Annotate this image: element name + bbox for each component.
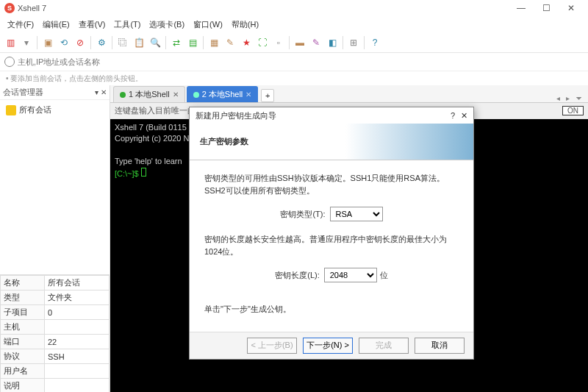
bookmark-icon[interactable]: ★ — [239, 35, 254, 50]
hintbar: • 要添加当前会话，点击左侧的箭头按钮。 — [0, 71, 588, 85]
key-length-select[interactable]: 2048 — [324, 268, 377, 282]
dialog-text-1: 密钥类型的可用性由SSH协议版本确定。SSH1只能使用RSA算法。SSH2可以使… — [204, 172, 459, 196]
disconnect-icon[interactable]: ⊘ — [73, 35, 87, 50]
app-title: Xshell 7 — [18, 4, 509, 13]
key-type-label: 密钥类型(T): — [280, 209, 325, 220]
globe-icon — [4, 57, 15, 67]
dialog-close-icon[interactable]: ✕ — [461, 111, 467, 121]
menu-tab[interactable]: 选项卡(B) — [145, 19, 189, 30]
copy-icon[interactable]: ⿻ — [115, 35, 130, 50]
tab-close-icon[interactable]: ✕ — [173, 90, 179, 99]
tab-strip: 1 本地Shell ✕ 2 本地Shell ✕ + ◂ ▸ ⏷ — [110, 85, 588, 103]
tab-shell-1[interactable]: 1 本地Shell ✕ — [113, 86, 185, 102]
separator — [165, 36, 166, 49]
tab-prev-icon[interactable]: ◂ — [554, 94, 562, 102]
encoding-icon[interactable]: ⊞ — [346, 35, 361, 50]
maximize-button[interactable]: ☐ — [534, 0, 559, 16]
key-wizard-dialog: 新建用户密钥生成向导 ? ✕ 生产密钥参数 密钥类型的可用性由SSH协议版本确定… — [189, 107, 474, 360]
prop-row: 说明 — [1, 379, 110, 393]
dropdown-icon[interactable]: ▾ — [19, 35, 34, 50]
menu-view[interactable]: 查看(V) — [74, 19, 110, 30]
highlight-icon[interactable]: ✎ — [223, 35, 237, 50]
prop-row: 子项目0 — [1, 305, 110, 320]
property-table: 名称所有会话 类型文件夹 子项目0 主机 端口22 协议SSH 用户名 说明 — [0, 274, 110, 392]
prop-row: 端口22 — [1, 335, 110, 349]
dialog-help-icon[interactable]: ? — [451, 111, 455, 120]
menu-file[interactable]: 文件(F) — [3, 19, 38, 30]
cancel-button[interactable]: 取消 — [415, 338, 465, 354]
tab-next-icon[interactable]: ▸ — [564, 94, 572, 102]
tab-list-icon[interactable]: ⏷ — [573, 94, 585, 102]
sidebar: 会话管理器 ▾ ✕ 所有会话 名称所有会话 类型文件夹 子项目0 主机 端口22… — [0, 85, 110, 392]
tab-nav: ◂ ▸ ⏷ — [554, 94, 588, 102]
back-button: < 上一步(B) — [247, 338, 297, 354]
key-type-select[interactable]: RSA — [330, 207, 383, 221]
tab-close-icon[interactable]: ✕ — [245, 90, 251, 99]
tab-add-button[interactable]: + — [261, 89, 274, 102]
sidebar-title: 会话管理器 — [3, 87, 43, 98]
prop-row: 类型文件夹 — [1, 291, 110, 305]
dialog-text-2: 密钥的长度越长安全性越高。普通应用程序中密钥长度的最佳大小为1024位。 — [204, 233, 459, 257]
dialog-body: 密钥类型的可用性由SSH协议版本确定。SSH1只能使用RSA算法。SSH2可以使… — [190, 160, 473, 332]
dialog-title: 新建用户密钥生成向导 — [196, 110, 276, 121]
address-input[interactable] — [18, 57, 584, 66]
key-length-unit: 位 — [380, 270, 388, 281]
search-icon[interactable]: 🔍 — [148, 35, 162, 50]
transfer-icon[interactable]: ⇄ — [169, 35, 184, 50]
help-icon[interactable]: ? — [368, 35, 382, 50]
menu-edit[interactable]: 编辑(E) — [38, 19, 74, 30]
app-logo-icon: S — [4, 3, 15, 13]
tab-label: 1 本地Shell — [129, 89, 170, 100]
menu-window[interactable]: 窗口(W) — [189, 19, 227, 30]
addressbar — [0, 53, 588, 71]
session-tree: 所有会话 — [0, 100, 110, 274]
key-length-row: 密钥长度(L): 2048 位 — [204, 268, 459, 282]
sidebar-header: 会话管理器 ▾ ✕ — [0, 85, 110, 100]
tab-shell-2[interactable]: 2 本地Shell ✕ — [187, 86, 259, 102]
separator — [37, 36, 37, 49]
separator — [203, 36, 204, 49]
fullscreen-icon[interactable]: ⛶ — [255, 35, 270, 50]
separator — [112, 36, 112, 49]
color-icon[interactable]: ◧ — [325, 35, 340, 50]
menu-tools[interactable]: 工具(T) — [110, 19, 145, 30]
open-icon[interactable]: ▣ — [40, 35, 55, 50]
dialog-text-3: 单击"下一步"生成公钥。 — [204, 303, 459, 316]
sidebar-collapse-icon[interactable]: ▾ ✕ — [95, 88, 107, 96]
reconnect-icon[interactable]: ⟲ — [57, 35, 71, 50]
menu-help[interactable]: 帮助(H) — [227, 19, 263, 30]
dialog-buttons: < 上一步(B) 下一步(N) > 完成 取消 — [190, 332, 473, 359]
minimize-button[interactable]: — — [509, 0, 534, 16]
script-icon[interactable]: ▦ — [207, 35, 221, 50]
prop-row: 主机 — [1, 320, 110, 335]
new-session-icon[interactable]: ▥ — [3, 35, 18, 50]
separator — [90, 36, 91, 49]
dialog-titlebar: 新建用户密钥生成向导 ? ✕ — [190, 107, 473, 124]
tree-item-root[interactable]: 所有会话 — [3, 103, 107, 117]
prop-row: 协议SSH — [1, 349, 110, 364]
menubar: 文件(F) 编辑(E) 查看(V) 工具(T) 选项卡(B) 窗口(W) 帮助(… — [0, 16, 588, 32]
prop-row: 用户名 — [1, 364, 110, 379]
dialog-header-text: 生产密钥参数 — [200, 136, 248, 147]
cursor-icon — [141, 168, 146, 177]
terminal-prompt: [C:\~]$ — [115, 169, 139, 178]
layout-icon[interactable]: ▬ — [293, 35, 307, 50]
on-toggle[interactable]: ON — [562, 106, 584, 115]
finish-button: 完成 — [359, 338, 409, 354]
paste-icon[interactable]: 📋 — [132, 35, 146, 50]
tab-dot-icon — [193, 92, 199, 98]
prop-row: 名称所有会话 — [1, 276, 110, 291]
lock-icon[interactable]: ▫ — [271, 35, 286, 50]
font-icon[interactable]: ✎ — [309, 35, 323, 50]
key-length-label: 密钥长度(L): — [275, 270, 320, 281]
close-button[interactable]: ✕ — [559, 0, 584, 16]
titlebar: S Xshell 7 — ☐ ✕ — [0, 0, 588, 16]
dialog-header: 生产密钥参数 — [190, 124, 473, 160]
toolbar: ▥ ▾ ▣ ⟲ ⊘ ⚙ ⿻ 📋 🔍 ⇄ ▤ ▦ ✎ ★ ⛶ ▫ ▬ ✎ ◧ ⊞ … — [0, 32, 588, 53]
separator — [289, 36, 290, 49]
folder-icon[interactable]: ▤ — [185, 35, 200, 50]
properties-icon[interactable]: ⚙ — [94, 35, 109, 50]
tree-item-label: 所有会话 — [19, 104, 51, 115]
next-button[interactable]: 下一步(N) > — [303, 338, 353, 354]
tab-label: 2 本地Shell — [202, 89, 243, 100]
